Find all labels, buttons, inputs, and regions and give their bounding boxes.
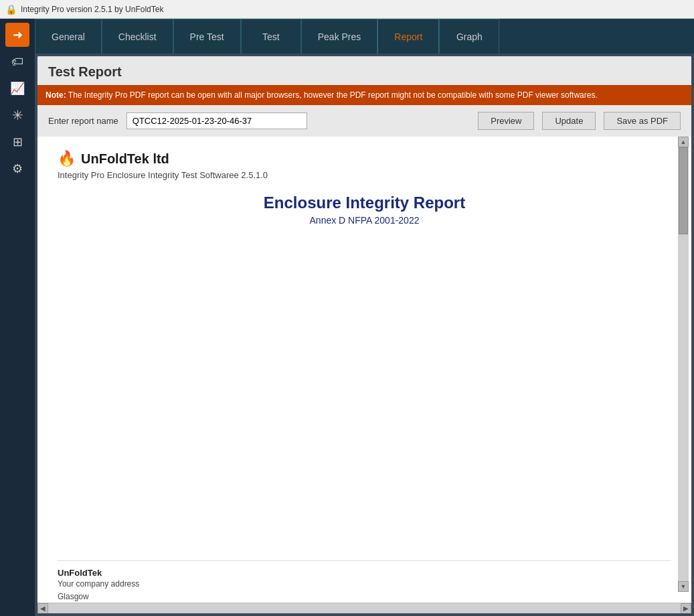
arrow-icon: ➜	[13, 27, 23, 42]
report-preview-scroll[interactable]: 🔥 UnFoldTek ltd Integrity Pro Enclosure …	[37, 137, 691, 603]
scroll-track	[678, 147, 689, 581]
footer-city: Glasgow	[58, 591, 671, 603]
report-name-row: Enter report name Preview Update Save as…	[37, 105, 691, 137]
scroll-up-icon: ▲	[681, 139, 687, 145]
tab-peakpres[interactable]: Peak Pres	[301, 19, 378, 54]
report-name-input[interactable]	[126, 112, 307, 129]
note-message: The Integrity Pro PDF report can be open…	[68, 90, 598, 100]
report-name-label: Enter report name	[48, 116, 118, 126]
tab-graph[interactable]: Graph	[439, 19, 499, 54]
tab-report[interactable]: Report	[377, 19, 439, 54]
scroll-up-button[interactable]: ▲	[678, 137, 689, 147]
vertical-scrollbar: ▲ ▼	[678, 137, 689, 592]
report-company-name: UnFoldTek ltd	[81, 151, 169, 167]
scroll-down-icon: ▼	[681, 583, 687, 590]
update-button[interactable]: Update	[542, 112, 596, 130]
report-preview: 🔥 UnFoldTek ltd Integrity Pro Enclosure …	[37, 137, 691, 603]
title-bar-label: Integrity Pro version 2.5.1 by UnFoldTek	[21, 5, 163, 14]
report-preview-wrapper: 🔥 UnFoldTek ltd Integrity Pro Enclosure …	[37, 137, 691, 603]
grid-icon: ⊞	[13, 135, 23, 149]
footer-address1: Your company address	[58, 578, 671, 591]
sidebar-item-grid[interactable]: ⊞	[5, 130, 29, 154]
sidebar-item-gear[interactable]: ⚙	[5, 157, 29, 181]
horizontal-scrollbar: ◀ ▶	[37, 603, 691, 613]
scroll-right-icon: ▶	[683, 605, 689, 612]
sidebar: ➜ 🏷 📈 ✳ ⊞ ⚙	[0, 19, 35, 616]
tab-pretest[interactable]: Pre Test	[173, 19, 241, 54]
content-panel: Test Report Note: The Integrity Pro PDF …	[37, 56, 691, 613]
tag-icon: 🏷	[11, 55, 23, 69]
page-title: Test Report	[48, 64, 122, 79]
note-label: Note:	[46, 90, 66, 100]
tab-bar: General Checklist Pre Test Test Peak Pre…	[35, 19, 694, 54]
report-footer: UnFoldTek Your company address Glasgow G…	[58, 560, 671, 603]
gear-icon: ⚙	[12, 161, 23, 176]
scroll-left-button[interactable]: ◀	[37, 603, 48, 614]
report-annex-title: Annex D NFPA 2001-2022	[58, 215, 671, 226]
preview-button[interactable]: Preview	[478, 112, 534, 130]
flame-icon: 🔥	[58, 150, 76, 167]
save-as-pdf-button[interactable]: Save as PDF	[604, 112, 681, 130]
chart-icon: 📈	[10, 81, 25, 96]
sidebar-item-chart[interactable]: 📈	[5, 76, 29, 100]
note-bar: Note: The Integrity Pro PDF report can b…	[37, 85, 691, 105]
tab-test[interactable]: Test	[241, 19, 301, 54]
sidebar-item-tag[interactable]: 🏷	[5, 50, 29, 74]
scroll-left-icon: ◀	[40, 605, 46, 612]
tab-general[interactable]: General	[35, 19, 102, 54]
app-icon: 🔒	[5, 4, 17, 15]
report-logo-row: 🔥 UnFoldTek ltd	[58, 150, 671, 167]
report-main-title: Enclosure Integrity Report	[58, 194, 671, 212]
tab-checklist[interactable]: Checklist	[102, 19, 173, 54]
page-title-area: Test Report	[37, 56, 691, 85]
scroll-down-button[interactable]: ▼	[678, 581, 689, 592]
scroll-right-button[interactable]: ▶	[681, 603, 691, 614]
report-content-spacer	[58, 239, 671, 534]
h-scroll-track	[48, 603, 681, 613]
footer-company: UnFoldTek	[58, 568, 671, 578]
sidebar-item-arrow[interactable]: ➜	[5, 23, 29, 47]
report-software-label: Integrity Pro Enclosure Integrity Test S…	[58, 170, 671, 180]
title-bar: 🔒 Integrity Pro version 2.5.1 by UnFoldT…	[0, 0, 694, 19]
fan-icon: ✳	[12, 107, 23, 123]
sidebar-item-fan[interactable]: ✳	[5, 103, 29, 127]
scroll-thumb[interactable]	[679, 147, 688, 234]
